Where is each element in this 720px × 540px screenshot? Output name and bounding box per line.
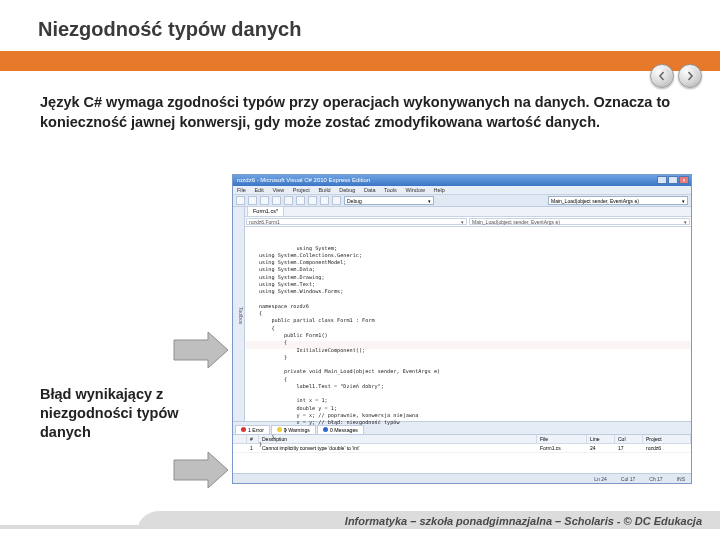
menu-view[interactable]: View bbox=[272, 187, 284, 193]
callout-error-text: Błąd wynikający z niezgodności typów dan… bbox=[40, 385, 220, 442]
status-ch: Ch 17 bbox=[649, 476, 662, 482]
code-editor: Form1.cs* rozdz6.Form1▾ Main_Load(object… bbox=[245, 207, 691, 421]
footer-text: Informatyka – szkoła ponadgimnazjalna – … bbox=[345, 515, 702, 527]
config-value: Debug bbox=[347, 198, 362, 204]
tab-form1[interactable]: Form1.cs* bbox=[247, 206, 284, 216]
class-dropdown[interactable]: rozdz6.Form1▾ bbox=[246, 218, 467, 225]
next-button[interactable] bbox=[678, 64, 702, 88]
menu-edit[interactable]: Edit bbox=[254, 187, 263, 193]
ide-main-area: Toolbox Form1.cs* rozdz6.Form1▾ Main_Loa… bbox=[233, 207, 691, 421]
menu-help[interactable]: Help bbox=[433, 187, 444, 193]
ide-screenshot: rozdz6 - Microsoft Visual C# 2010 Expres… bbox=[232, 174, 692, 484]
menu-debug[interactable]: Debug bbox=[339, 187, 355, 193]
ide-menubar[interactable]: File Edit View Project Build Debug Data … bbox=[233, 186, 691, 195]
arrow-to-code bbox=[172, 332, 228, 368]
slide: Niezgodność typów danych Język C# wymaga… bbox=[0, 0, 720, 540]
status-line: Ln 24 bbox=[594, 476, 607, 482]
status-bar: Ln 24 Col 17 Ch 17 INS bbox=[233, 473, 691, 483]
toolbar-button[interactable] bbox=[296, 196, 305, 205]
body-paragraph: Język C# wymaga zgodności typów przy ope… bbox=[0, 71, 720, 132]
code-text[interactable]: using System; using System.Collections.G… bbox=[245, 227, 691, 459]
code-nav: rozdz6.Form1▾ Main_Load(object sender, E… bbox=[245, 217, 691, 227]
toolbar-button[interactable] bbox=[284, 196, 293, 205]
chevron-right-icon bbox=[685, 71, 695, 81]
toolbar-button[interactable] bbox=[248, 196, 257, 205]
ide-window: rozdz6 - Microsoft Visual C# 2010 Expres… bbox=[232, 174, 692, 484]
window-controls: _ □ × bbox=[657, 176, 689, 184]
ide-title-text: rozdz6 - Microsoft Visual C# 2010 Expres… bbox=[237, 177, 370, 184]
menu-data[interactable]: Data bbox=[364, 187, 376, 193]
status-ins: INS bbox=[677, 476, 685, 482]
maximize-button[interactable]: □ bbox=[668, 176, 678, 184]
slide-footer: Informatyka – szkoła ponadgimnazjalna – … bbox=[0, 506, 720, 540]
menu-build[interactable]: Build bbox=[318, 187, 330, 193]
error-highlight bbox=[245, 341, 691, 349]
toolbar-button[interactable] bbox=[320, 196, 329, 205]
menu-window[interactable]: Window bbox=[405, 187, 425, 193]
toolbar-button[interactable] bbox=[308, 196, 317, 205]
title-area: Niezgodność typów danych bbox=[0, 0, 720, 41]
prev-button[interactable] bbox=[650, 64, 674, 88]
arrow-to-errorlist bbox=[172, 452, 228, 488]
chevron-left-icon bbox=[657, 71, 667, 81]
toolbar-button[interactable] bbox=[236, 196, 245, 205]
nav-buttons bbox=[650, 64, 702, 88]
minimize-button[interactable]: _ bbox=[657, 176, 667, 184]
solution-value: Main_Load(object sender, EventArgs e) bbox=[551, 198, 639, 204]
ide-toolbar: Debug▾ Main_Load(object sender, EventArg… bbox=[233, 195, 691, 207]
ide-titlebar: rozdz6 - Microsoft Visual C# 2010 Expres… bbox=[233, 175, 691, 186]
menu-project[interactable]: Project bbox=[293, 187, 310, 193]
member-dropdown[interactable]: Main_Load(object sender, EventArgs e)▾ bbox=[469, 218, 690, 225]
toolbar-button[interactable] bbox=[272, 196, 281, 205]
menu-file[interactable]: File bbox=[237, 187, 246, 193]
solution-dropdown[interactable]: Main_Load(object sender, EventArgs e)▾ bbox=[548, 196, 688, 205]
slide-title: Niezgodność typów danych bbox=[38, 18, 720, 41]
config-dropdown[interactable]: Debug▾ bbox=[344, 196, 434, 205]
toolbar-button[interactable] bbox=[260, 196, 269, 205]
menu-tools[interactable]: Tools bbox=[384, 187, 397, 193]
toolbar-button[interactable] bbox=[332, 196, 341, 205]
status-col: Col 17 bbox=[621, 476, 635, 482]
accent-bar bbox=[0, 51, 720, 71]
editor-tabs: Form1.cs* bbox=[245, 207, 691, 217]
close-button[interactable]: × bbox=[679, 176, 689, 184]
toolbox-panel[interactable]: Toolbox bbox=[233, 207, 245, 421]
